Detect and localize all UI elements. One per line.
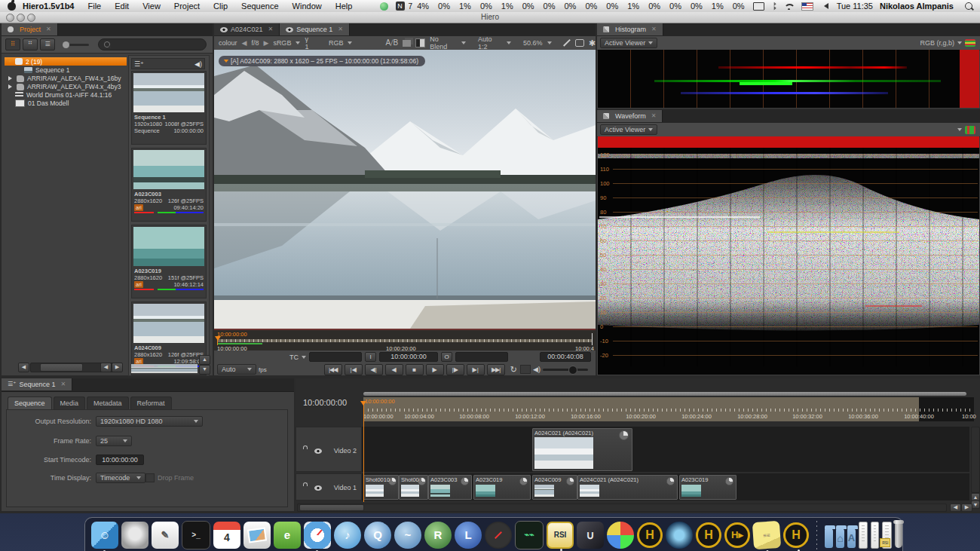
- app-menu[interactable]: Hiero1.5v1b4: [16, 2, 81, 11]
- volume-menu-icon[interactable]: [821, 3, 828, 9]
- gamma-value[interactable]: γ 1: [305, 35, 314, 51]
- sort-settings-icon[interactable]: ☰⁺: [134, 60, 144, 68]
- histogram-source-select[interactable]: Active Viewer: [600, 38, 657, 48]
- clip-fx-icon[interactable]: [566, 477, 574, 485]
- input-language-flag-icon[interactable]: [801, 2, 813, 11]
- tab-waveform[interactable]: Waveform✕: [597, 110, 663, 122]
- apple-menu-icon[interactable]: [8, 2, 16, 11]
- play-reverse-button[interactable]: ◀: [385, 364, 403, 375]
- track-visible-eye-icon[interactable]: [314, 485, 322, 491]
- close-icon[interactable]: ✕: [651, 23, 657, 35]
- blue-swirl-app-icon[interactable]: L: [455, 522, 482, 549]
- start-timecode-field[interactable]: 10:00:00:00: [96, 455, 144, 465]
- trash-icon[interactable]: [895, 522, 902, 548]
- in-point-button[interactable]: I: [365, 352, 376, 362]
- spotlight-icon[interactable]: [965, 2, 972, 10]
- quicktime-icon[interactable]: Q: [364, 522, 391, 549]
- tree-item-bin[interactable]: 2 (19): [5, 57, 127, 66]
- hieroplayer-icon[interactable]: H▸: [724, 522, 750, 548]
- calendar-icon[interactable]: 4: [213, 522, 240, 549]
- list-view-button[interactable]: ⠛: [23, 38, 38, 51]
- minimized-window-2[interactable]: [871, 522, 880, 549]
- viewer-tab-a024c021[interactable]: A024C021✕: [214, 23, 280, 35]
- timeline-zoom-bar[interactable]: [363, 392, 966, 396]
- clip-fx-icon[interactable]: [519, 477, 528, 485]
- track-visible-eye-icon[interactable]: [314, 448, 322, 454]
- viewer-settings-gear-icon[interactable]: ✱: [589, 38, 596, 48]
- timeline-hscrollbar[interactable]: [297, 504, 947, 512]
- step-back-button[interactable]: ◀|: [365, 364, 383, 375]
- subtab-sequence[interactable]: Sequence: [8, 396, 52, 409]
- timeline-clip-a023c019[interactable]: A023C019: [473, 475, 531, 500]
- expander-icon[interactable]: [8, 76, 14, 81]
- foundry-icon[interactable]: N: [396, 2, 405, 11]
- goto-start-button[interactable]: |◀◀: [324, 364, 342, 375]
- zoom-select[interactable]: 50.6%: [523, 39, 543, 47]
- tab-project[interactable]: Project✕: [2, 23, 58, 35]
- close-icon[interactable]: ✕: [60, 378, 66, 390]
- time-display-select[interactable]: Timecode: [96, 473, 145, 483]
- menu-clip[interactable]: Clip: [207, 2, 234, 11]
- rsi-guard-icon[interactable]: RSI: [547, 522, 574, 549]
- current-tc-field[interactable]: 10:00:00:00: [379, 352, 438, 362]
- activity-monitor-icon[interactable]: ⌁⌁: [515, 521, 544, 549]
- tab-histogram[interactable]: Histogram✕: [597, 23, 663, 35]
- tc-mode-select[interactable]: TC: [289, 354, 299, 361]
- menu-view[interactable]: View: [136, 2, 167, 11]
- green-r-app-icon[interactable]: R: [424, 522, 452, 549]
- safari-icon[interactable]: [304, 522, 331, 549]
- window-titlebar[interactable]: Hiero: [0, 12, 980, 23]
- scroll-up-button[interactable]: ▲: [199, 355, 210, 365]
- track-lane-video2[interactable]: A024C021 (A024C021): [362, 427, 969, 472]
- hscroll-left2-button[interactable]: ◀: [100, 363, 112, 372]
- stack-mode-icon[interactable]: [403, 40, 411, 47]
- close-icon[interactable]: ✕: [651, 110, 657, 122]
- thumb-size-slider-handle[interactable]: [63, 41, 69, 48]
- status-icon[interactable]: [380, 2, 388, 11]
- colorspace-select[interactable]: sRGB: [273, 39, 291, 47]
- tree-item-arriraw-16by9[interactable]: ARRIRAW_ALEXA_FW4.x_16by: [5, 75, 127, 82]
- tree-item-sequence[interactable]: Sequence 1: [5, 66, 127, 74]
- hiero-icon[interactable]: H: [637, 522, 663, 548]
- close-icon[interactable]: ✕: [338, 23, 343, 35]
- drop-frame-checkbox[interactable]: [145, 473, 155, 482]
- prev-edit-button[interactable]: |◀: [345, 364, 363, 375]
- goto-end-button[interactable]: ▶▶|: [487, 364, 505, 375]
- subtab-reformat[interactable]: Reformat: [130, 396, 172, 409]
- bin-item-a023c003[interactable]: A023C003 2880x1620126f @25FPS ari09:40:1…: [131, 148, 207, 222]
- display-icon[interactable]: [753, 2, 764, 11]
- stickies-icon[interactable]: ≡≡: [752, 520, 781, 549]
- menu-window[interactable]: Window: [286, 2, 329, 11]
- frame-rate-select[interactable]: 25: [96, 436, 132, 446]
- hiero-2-icon[interactable]: H: [696, 522, 721, 548]
- clip-fx-icon[interactable]: [666, 477, 675, 485]
- track-header-video1[interactable]: Video 1: [296, 473, 362, 500]
- track-lane-video1[interactable]: Shot0010 Shot00 A023C003 A023C019 A024C0: [362, 473, 969, 500]
- mute-checkbox[interactable]: [520, 365, 531, 374]
- timeline-clip-a023c003[interactable]: A023C003: [428, 475, 472, 500]
- menu-sequence[interactable]: Sequence: [234, 2, 286, 11]
- timeline-hscroll-left[interactable]: ◀: [950, 504, 961, 512]
- play-button[interactable]: ▶: [426, 364, 444, 375]
- finder-icon[interactable]: ☺: [91, 522, 118, 549]
- guides-icon[interactable]: [575, 39, 584, 47]
- bin-item-sequence1[interactable]: Sequence 1 1920x10801008f @25FPS Sequenc…: [131, 71, 207, 145]
- grid-view-button[interactable]: ⠿: [5, 38, 20, 51]
- timeline-clip-a023c019-2[interactable]: A023C019: [679, 475, 737, 500]
- dashboard-icon[interactable]: [485, 522, 512, 549]
- menu-project[interactable]: Project: [167, 2, 207, 11]
- thumb-size-slider[interactable]: [69, 44, 89, 46]
- tree-item-das-modell[interactable]: 01 Das Modell: [5, 99, 127, 107]
- subtab-metadata[interactable]: Metadata: [87, 396, 129, 409]
- next-edit-button[interactable]: ▶|: [467, 364, 485, 375]
- scrub-playhead-marker[interactable]: [215, 336, 221, 344]
- itunes-icon[interactable]: ♪: [334, 522, 361, 549]
- expander-open-icon[interactable]: [7, 59, 13, 66]
- tree-item-audio[interactable]: World Drums 01-AIFF 44.1:16: [5, 91, 127, 99]
- expander-icon[interactable]: [8, 84, 14, 89]
- exposure-value[interactable]: f/8: [251, 39, 259, 47]
- out-point-field[interactable]: [455, 352, 508, 362]
- openoffice-icon[interactable]: ~: [394, 522, 421, 549]
- evernote-icon[interactable]: e: [274, 522, 301, 549]
- detail-view-button[interactable]: ☰: [40, 38, 55, 51]
